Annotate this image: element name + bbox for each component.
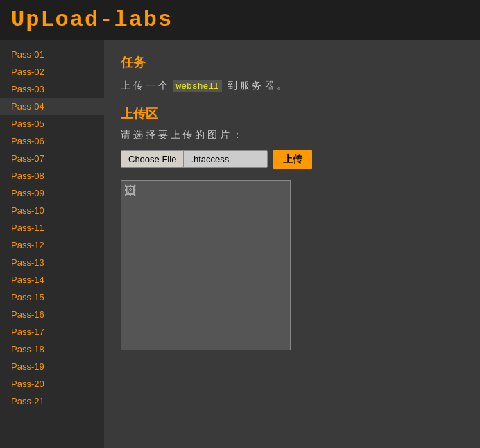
sidebar-item-pass16[interactable]: Pass-16 xyxy=(0,306,104,323)
sidebar-item-pass06[interactable]: Pass-06 xyxy=(0,132,104,150)
layout: Pass-01Pass-02Pass-03Pass-04Pass-05Pass-… xyxy=(0,40,480,448)
task-text-prefix: 上 传 一 个 xyxy=(121,80,168,91)
upload-button[interactable]: 上传 xyxy=(273,150,312,169)
sidebar-item-pass21[interactable]: Pass-21 xyxy=(0,393,104,410)
header: UpLoad-labs xyxy=(0,0,480,40)
sidebar-item-pass15[interactable]: Pass-15 xyxy=(0,288,104,306)
sidebar-item-pass12[interactable]: Pass-12 xyxy=(0,236,104,254)
sidebar-item-pass05[interactable]: Pass-05 xyxy=(0,115,104,132)
sidebar-item-pass01[interactable]: Pass-01 xyxy=(0,46,104,63)
choose-file-button[interactable]: Choose File xyxy=(121,151,184,167)
sidebar-item-pass02[interactable]: Pass-02 xyxy=(0,63,104,80)
sidebar-item-pass07[interactable]: Pass-07 xyxy=(0,150,104,167)
sidebar-item-pass19[interactable]: Pass-19 xyxy=(0,358,104,375)
sidebar-item-pass13[interactable]: Pass-13 xyxy=(0,254,104,271)
task-text-suffix: 到 服 务 器 。 xyxy=(228,80,287,91)
sidebar: Pass-01Pass-02Pass-03Pass-04Pass-05Pass-… xyxy=(0,40,104,448)
sidebar-item-pass04[interactable]: Pass-04 xyxy=(0,98,104,115)
upload-label: 请 选 择 要 上 传 的 图 片 ： xyxy=(121,129,463,141)
task-description: 上 传 一 个 webshell 到 服 务 器 。 xyxy=(121,78,463,94)
file-input-wrapper: Choose File .htaccess xyxy=(121,150,268,168)
main-content: 任务 上 传 一 个 webshell 到 服 务 器 。 上传区 请 选 择 … xyxy=(104,40,480,448)
sidebar-item-pass09[interactable]: Pass-09 xyxy=(0,184,104,202)
task-section-title: 任务 xyxy=(121,54,463,71)
sidebar-item-pass10[interactable]: Pass-10 xyxy=(0,202,104,219)
broken-image-icon: 🖼 xyxy=(124,184,137,198)
sidebar-item-pass20[interactable]: Pass-20 xyxy=(0,375,104,393)
upload-section-title: 上传区 xyxy=(121,105,463,122)
upload-row: Choose File .htaccess 上传 xyxy=(121,150,463,169)
sidebar-item-pass03[interactable]: Pass-03 xyxy=(0,80,104,98)
sidebar-item-pass18[interactable]: Pass-18 xyxy=(0,341,104,358)
app-title: UpLoad-labs xyxy=(11,7,469,33)
file-name-display: .htaccess xyxy=(184,151,267,167)
sidebar-item-pass11[interactable]: Pass-11 xyxy=(0,219,104,236)
sidebar-item-pass08[interactable]: Pass-08 xyxy=(0,167,104,184)
image-preview: 🖼 xyxy=(121,180,291,350)
sidebar-item-pass14[interactable]: Pass-14 xyxy=(0,271,104,288)
task-code: webshell xyxy=(173,80,221,92)
sidebar-item-pass17[interactable]: Pass-17 xyxy=(0,323,104,341)
